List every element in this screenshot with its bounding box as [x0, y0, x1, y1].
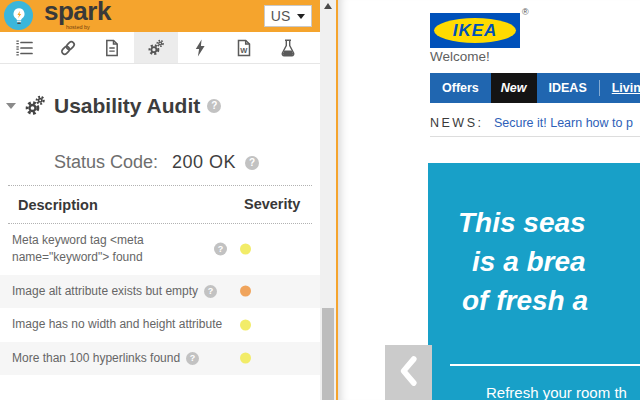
brand-tagline: hosted by — [66, 24, 90, 30]
tab-usability-audit-button[interactable] — [134, 32, 178, 63]
news-label: NEWS: — [430, 116, 483, 130]
spark-panel: spark hosted by US — [0, 0, 320, 400]
gears-icon — [23, 94, 47, 118]
banner-headline: This seas is a brea of fresh a — [458, 203, 588, 320]
lightning-icon — [190, 38, 210, 58]
severity-dot — [240, 353, 251, 364]
severity-dot — [240, 286, 251, 297]
issue-description: Meta keyword tag <meta name="keyword"> f… — [12, 232, 227, 267]
issue-description: Image has no width and height attribute — [12, 316, 222, 333]
headline-line: is a brea — [472, 242, 588, 281]
tab-lab-tests-button[interactable] — [266, 32, 310, 63]
nav-item-offers[interactable]: Offers — [430, 73, 491, 103]
nav-item-living[interactable]: Living — [600, 73, 640, 103]
lightbulb-icon — [4, 1, 33, 30]
severity-dot — [240, 244, 251, 255]
help-icon[interactable]: ? — [204, 285, 217, 298]
banner-divider — [450, 364, 640, 366]
status-code-label: Status Code: — [54, 152, 158, 173]
column-description: Description — [18, 197, 98, 213]
divider — [430, 136, 640, 137]
tab-word-report-button[interactable]: W — [222, 32, 266, 63]
panel-scrollbar[interactable] — [320, 0, 336, 400]
table-row: Image alt attribute exists but empty ? — [0, 275, 320, 308]
nav-item-ideas[interactable]: IDEAS — [537, 73, 599, 103]
site-nav: Offers New IDEAS Living — [430, 73, 640, 103]
panel-toolbar: W — [0, 32, 320, 64]
tab-performance-button[interactable] — [178, 32, 222, 63]
section-header: Usability Audit ? — [6, 94, 320, 118]
tab-report-list-button[interactable] — [2, 32, 46, 63]
region-value: US — [271, 8, 290, 24]
tab-document-button[interactable] — [90, 32, 134, 63]
tab-links-button[interactable] — [46, 32, 90, 63]
scrollbar-thumb[interactable] — [322, 308, 334, 400]
table-row: Meta keyword tag <meta name="keyword"> f… — [0, 224, 320, 275]
region-select[interactable]: US — [264, 5, 312, 27]
panel-content: Usability Audit ? Status Code: 200 OK ? … — [0, 94, 320, 375]
table-header: Description Severity — [8, 186, 312, 224]
brand-name: spark — [44, 0, 111, 27]
news-line: NEWS: Secure it! Learn how to p — [430, 113, 633, 131]
issue-description: More than 100 hyperlinks found — [12, 350, 180, 367]
nav-item-new[interactable]: New — [491, 73, 537, 103]
news-link[interactable]: Secure it! Learn how to p — [494, 116, 633, 130]
registered-mark: ® — [522, 7, 529, 17]
table-row: Image has no width and height attribute — [0, 308, 320, 341]
ikea-logo-ellipse: IKEA — [434, 18, 516, 43]
column-severity: Severity — [244, 196, 300, 212]
word-document-icon: W — [234, 38, 254, 58]
scroll-up-arrow-icon[interactable] — [324, 3, 332, 9]
screen: spark hosted by US — [0, 0, 640, 400]
help-icon[interactable]: ? — [207, 99, 221, 113]
help-icon[interactable]: ? — [245, 156, 259, 170]
help-icon[interactable]: ? — [186, 352, 199, 365]
document-icon — [102, 38, 122, 58]
banner-subtext: Refresh your room th — [486, 384, 627, 400]
page-title: Usability Audit — [54, 94, 200, 118]
ikea-page: IKEA ® Welcome! Offers New IDEAS Living … — [338, 0, 640, 400]
headline-line: This seas — [458, 203, 588, 242]
gears-icon — [146, 38, 166, 58]
ikea-logo-text: IKEA — [453, 21, 498, 41]
link-icon — [58, 38, 78, 58]
table-row: More than 100 hyperlinks found ? — [0, 342, 320, 375]
hero-banner[interactable]: This seas is a brea of fresh a Refresh y… — [428, 163, 640, 400]
status-code-value: 200 OK — [172, 152, 236, 173]
severity-dot — [240, 319, 251, 330]
issue-description: Image alt attribute exists but empty — [12, 283, 198, 300]
collapse-arrow-icon[interactable] — [6, 103, 16, 109]
welcome-text: Welcome! — [430, 49, 490, 64]
carousel-prev-button[interactable] — [385, 345, 432, 400]
ikea-logo[interactable]: IKEA — [430, 13, 520, 48]
chevron-left-icon — [392, 351, 426, 391]
headline-line: of fresh a — [462, 281, 588, 320]
status-row: Status Code: 200 OK ? — [54, 152, 320, 173]
flask-icon — [278, 38, 298, 58]
svg-text:W: W — [240, 45, 248, 54]
panel-header: spark hosted by US — [0, 0, 320, 32]
chevron-down-icon — [297, 14, 305, 19]
list-icon — [14, 38, 34, 58]
help-icon[interactable]: ? — [214, 243, 227, 256]
